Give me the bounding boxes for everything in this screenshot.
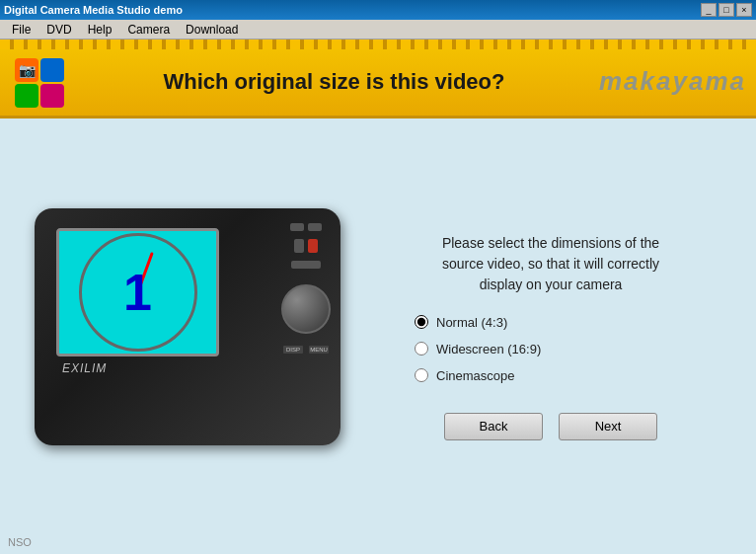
radio-normal[interactable] <box>415 315 428 329</box>
header-title: Which original size is this video? <box>69 69 599 95</box>
radio-cinemascope-label: Cinemascope <box>436 368 515 383</box>
nav-wheel <box>281 284 331 334</box>
titlebar: Digital Camera Media Studio demo _ □ × <box>0 0 756 20</box>
ctrl-btn-3 <box>294 239 304 253</box>
radio-cinemascope[interactable] <box>415 368 428 382</box>
radio-normal-label: Normal (4:3) <box>436 315 507 330</box>
camera-brand-label: EXILIM <box>62 361 107 375</box>
main-content: 1 EXILIM <box>0 119 756 554</box>
menu-dvd[interactable]: DVD <box>38 21 79 39</box>
ctrl-btn-1 <box>290 223 304 231</box>
ctrl-btn-red <box>308 239 318 253</box>
radio-option-widescreen[interactable]: Widescreen (16:9) <box>415 342 726 356</box>
radio-option-normal[interactable]: Normal (4:3) <box>415 315 726 330</box>
title-text: Digital Camera Media Studio demo <box>4 4 183 16</box>
svg-text:📷: 📷 <box>19 62 37 79</box>
svg-rect-3 <box>40 84 64 108</box>
app-logo-icon: 📷 <box>10 53 69 113</box>
camera-controls: DISP MENU <box>281 223 331 354</box>
desc-line3: display on your camera <box>480 277 623 292</box>
clock-number: 1 <box>123 263 152 322</box>
menu-camera[interactable]: Camera <box>119 21 178 39</box>
disp-btn: DISP <box>283 346 303 354</box>
mid-buttons-2 <box>291 261 321 269</box>
next-button[interactable]: Next <box>559 413 657 440</box>
close-button[interactable]: × <box>736 3 752 17</box>
maximize-button[interactable]: □ <box>718 3 734 17</box>
mid-buttons <box>294 239 318 253</box>
menubar: File DVD Help Camera Download <box>0 20 756 40</box>
disp-menu-row: DISP MENU <box>283 346 329 354</box>
nso-label: NSO <box>8 536 32 548</box>
radio-widescreen-label: Widescreen (16:9) <box>436 342 541 356</box>
radio-option-cinemascope[interactable]: Cinemascope <box>415 368 726 383</box>
radio-widescreen[interactable] <box>415 342 428 356</box>
header-banner: 📷 Which original size is this video? mak… <box>0 40 756 119</box>
clock-face: 1 <box>79 233 197 352</box>
button-row: Back Next <box>375 413 726 440</box>
back-button[interactable]: Back <box>444 413 543 440</box>
window-controls[interactable]: _ □ × <box>701 3 752 17</box>
menu-file[interactable]: File <box>4 21 38 39</box>
camera-body: 1 EXILIM <box>35 208 340 445</box>
menu-download[interactable]: Download <box>178 21 246 39</box>
right-panel: Please select the dimensions of the sour… <box>345 233 726 440</box>
svg-rect-1 <box>40 58 64 82</box>
window-title: Digital Camera Media Studio demo <box>4 4 183 16</box>
camera-container: 1 EXILIM <box>30 208 345 465</box>
menu-btn: MENU <box>309 346 329 354</box>
desc-line1: Please select the dimensions of the <box>442 235 659 251</box>
top-buttons <box>290 223 322 231</box>
camera-screen: 1 <box>56 228 219 356</box>
ctrl-btn-wide <box>291 261 321 269</box>
desc-line2: source video, so that it will correctly <box>442 256 659 272</box>
minimize-button[interactable]: _ <box>701 3 717 17</box>
menu-help[interactable]: Help <box>80 21 120 39</box>
camera-image: 1 EXILIM <box>35 208 340 465</box>
svg-rect-2 <box>15 84 38 108</box>
ctrl-btn-2 <box>308 223 322 231</box>
filmstrip-decoration <box>0 40 756 49</box>
radio-group: Normal (4:3) Widescreen (16:9) Cinemasco… <box>375 315 726 383</box>
description-text: Please select the dimensions of the sour… <box>375 233 726 295</box>
brand-logo: makayama <box>599 66 746 97</box>
